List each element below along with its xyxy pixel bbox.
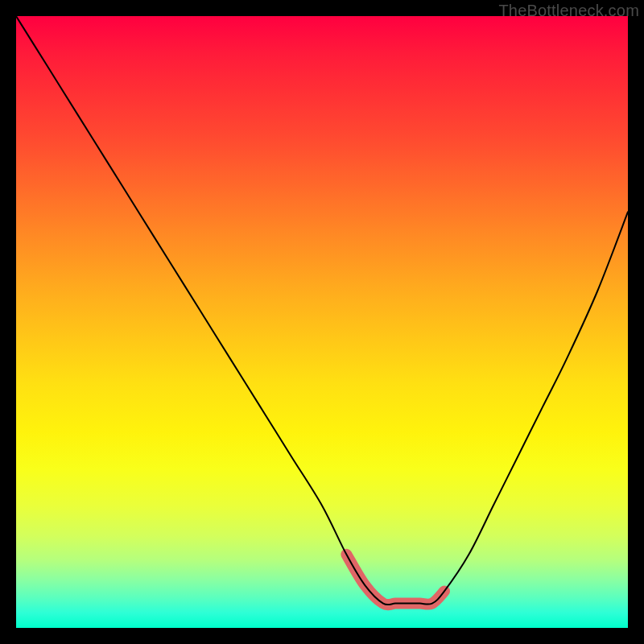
chart-svg — [16, 16, 628, 628]
bottleneck-curve-path — [16, 16, 628, 605]
plot-area — [16, 16, 628, 628]
chart-frame: TheBottleneck.com — [0, 0, 644, 644]
